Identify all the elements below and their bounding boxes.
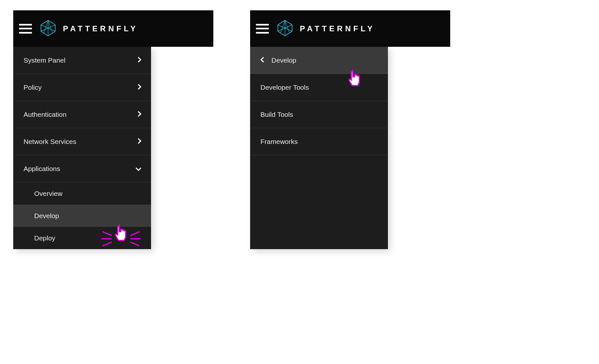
drill-label: Frameworks: [260, 138, 298, 146]
drill-back-header[interactable]: Develop: [250, 47, 388, 74]
header-bar: PATTERNFLY: [250, 10, 450, 47]
drill-item-developer-tools[interactable]: Developer Tools: [250, 74, 388, 101]
nav-item-applications[interactable]: Applications: [13, 155, 151, 182]
header-bar: PATTERNFLY: [13, 10, 213, 47]
nav-label: System Panel: [24, 56, 66, 64]
sub-label: Overview: [34, 190, 63, 197]
panel-left-expanded-nav: PATTERNFLY System Panel Policy Authentic…: [13, 10, 213, 249]
hamburger-menu-icon[interactable]: [19, 24, 32, 34]
hamburger-menu-icon[interactable]: [256, 24, 269, 34]
drill-item-frameworks[interactable]: Frameworks: [250, 128, 388, 155]
sidebar-drilldown: Develop Developer Tools Build Tools Fram…: [250, 47, 388, 249]
chevron-down-icon: [136, 165, 141, 173]
chevron-right-icon: [137, 111, 141, 118]
sub-item-overview[interactable]: Overview: [13, 182, 151, 205]
chevron-right-icon: [137, 84, 141, 91]
sub-label: Deploy: [34, 234, 55, 242]
nav-item-system-panel[interactable]: System Panel: [13, 47, 151, 74]
drill-item-build-tools[interactable]: Build Tools: [250, 101, 388, 128]
brand-name: PATTERNFLY: [300, 24, 375, 33]
sub-item-deploy[interactable]: Deploy: [13, 227, 151, 249]
sub-item-develop[interactable]: Develop: [13, 205, 151, 227]
nav-item-authentication[interactable]: Authentication: [13, 101, 151, 128]
nav-label: Network Services: [24, 138, 76, 146]
sub-label: Develop: [34, 212, 59, 220]
drill-title: Develop: [271, 56, 296, 64]
brand-name: PATTERNFLY: [63, 24, 138, 33]
nav-label: Authentication: [24, 111, 66, 118]
panel-right-drilldown: PATTERNFLY Develop Developer Tools Build…: [250, 10, 450, 249]
chevron-right-icon: [137, 138, 141, 146]
nav-label: Policy: [24, 84, 42, 91]
nav-item-policy[interactable]: Policy: [13, 74, 151, 101]
chevron-left-icon: [260, 56, 264, 64]
drill-label: Developer Tools: [260, 84, 309, 91]
sidebar-nav: System Panel Policy Authentication Netwo…: [13, 47, 151, 249]
chevron-right-icon: [137, 56, 141, 64]
sidebar-empty-space: [250, 155, 388, 249]
patternfly-logo-icon: [276, 19, 294, 38]
nav-label: Applications: [24, 165, 60, 173]
drill-label: Build Tools: [260, 111, 293, 118]
nav-item-network-services[interactable]: Network Services: [13, 128, 151, 155]
patternfly-logo-icon: [39, 19, 57, 38]
brand-logo[interactable]: PATTERNFLY: [39, 19, 138, 38]
brand-logo[interactable]: PATTERNFLY: [276, 19, 375, 38]
